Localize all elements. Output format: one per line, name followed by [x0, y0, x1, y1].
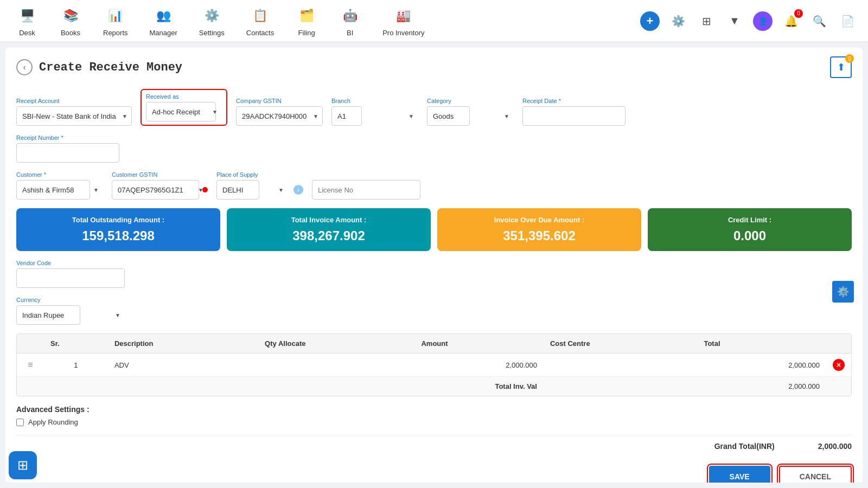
- apply-rounding-row: Apply Rounding: [16, 418, 852, 426]
- notification-bell[interactable]: 🔔 0: [781, 11, 801, 31]
- drag-icon: ≡: [28, 360, 33, 369]
- overdue-card: Invoice Over Due Amount : 351,395.602: [437, 208, 641, 251]
- credit-limit-label: Credit Limit :: [728, 216, 771, 224]
- nav-settings[interactable]: ⚙️ Settings: [188, 1, 235, 41]
- category-label: Category: [427, 98, 514, 104]
- total-inv-val-empty: [544, 377, 697, 396]
- books-icon: 📚: [60, 5, 81, 27]
- nav-desk[interactable]: 🖥️ Desk: [5, 1, 49, 41]
- category-select[interactable]: Goods: [427, 106, 470, 126]
- nav-pro-inventory-label: Pro Inventory: [382, 29, 424, 37]
- upload-button[interactable]: ⬆ 0: [830, 56, 852, 78]
- category-group: Category Goods: [427, 98, 514, 126]
- place-of-supply-group: Place of Supply DELHI i: [216, 171, 303, 200]
- remove-row-button[interactable]: ×: [833, 359, 845, 371]
- form-row-3: Customer * Ashish & Firm58 Customer GSTI…: [16, 171, 852, 200]
- avatar[interactable]: 👤: [753, 11, 773, 31]
- row-qty-allocate[interactable]: [258, 354, 414, 377]
- receipt-date-input[interactable]: 10/08/2021: [522, 106, 626, 126]
- col-description: Description: [108, 334, 258, 354]
- nav-desk-label: Desk: [19, 29, 35, 37]
- company-gstin-label: Company GSTIN: [236, 98, 323, 104]
- gear-button[interactable]: ⚙️: [668, 11, 688, 31]
- company-gstin-group: Company GSTIN 29AADCK7940H000: [236, 98, 323, 126]
- bottom-fab-button[interactable]: ⊞: [9, 451, 37, 479]
- row-total: 2,000.000: [697, 354, 826, 377]
- col-amount: Amount: [414, 334, 544, 354]
- invoice-amount-value: 398,267.902: [292, 228, 365, 243]
- currency-row: Currency Indian Rupee: [16, 297, 852, 325]
- search-button[interactable]: 🔍: [809, 11, 829, 31]
- license-no-group: License No: [312, 171, 420, 200]
- vendor-code-input[interactable]: VC-01234: [16, 268, 125, 288]
- cancel-button[interactable]: CANCEL: [779, 466, 852, 483]
- col-drag: [17, 334, 44, 354]
- nav-bi[interactable]: 🤖 BI: [328, 1, 372, 41]
- nav-contacts[interactable]: 📋 Contacts: [235, 1, 285, 41]
- apply-rounding-checkbox[interactable]: [16, 419, 24, 426]
- received-as-group: Received as Ad-hoc Receipt Against Invoi…: [141, 89, 227, 126]
- received-as-select[interactable]: Ad-hoc Receipt Against Invoice Advance: [146, 102, 216, 121]
- customer-select[interactable]: Ashish & Firm58: [16, 180, 90, 200]
- notification-count: 0: [794, 9, 803, 18]
- pro-inventory-icon: 🏭: [393, 5, 414, 27]
- branch-select[interactable]: A1: [331, 106, 362, 126]
- nav-filing-label: Filing: [298, 29, 315, 37]
- apply-rounding-label[interactable]: Apply Rounding: [28, 418, 78, 426]
- branch-group: Branch A1: [331, 98, 418, 126]
- col-total: Total: [697, 334, 826, 354]
- vendor-code-row: Vendor Code VC-01234: [16, 260, 852, 288]
- bottom-bar: SAVE CANCEL: [16, 457, 852, 483]
- manager-icon: 👥: [152, 5, 174, 27]
- filing-icon: 🗂️: [296, 5, 317, 27]
- nav-pro-inventory[interactable]: 🏭 Pro Inventory: [372, 1, 435, 41]
- total-row: Total Inv. Val 2,000.000: [17, 377, 851, 396]
- company-gstin-select[interactable]: 29AADCK7940H000: [236, 106, 323, 126]
- nav-reports[interactable]: 📊 Reports: [92, 1, 139, 41]
- license-no-input[interactable]: [312, 180, 420, 200]
- nav-filing[interactable]: 🗂️ Filing: [285, 1, 328, 41]
- desk-icon: 🖥️: [16, 5, 38, 27]
- overdue-value: 351,395.602: [503, 228, 575, 243]
- row-amount[interactable]: 2,000.000: [414, 354, 544, 377]
- save-button[interactable]: SAVE: [709, 466, 770, 483]
- currency-select[interactable]: Indian Rupee: [16, 305, 80, 325]
- customer-group: Customer * Ashish & Firm58: [16, 171, 103, 200]
- nav-manager[interactable]: 👥 Manager: [139, 1, 188, 41]
- row-cost-centre[interactable]: [544, 354, 697, 377]
- row-description[interactable]: ADV: [108, 354, 258, 377]
- branch-label: Branch: [331, 98, 418, 104]
- reports-icon: 📊: [105, 5, 126, 27]
- nav-books[interactable]: 📚 Books: [49, 1, 92, 41]
- receipt-account-label: Receipt Account: [16, 98, 132, 104]
- add-button[interactable]: +: [640, 11, 660, 31]
- line-items-table: Sr. Description Qty Allocate Amount Cost…: [17, 334, 851, 396]
- place-of-supply-select[interactable]: DELHI: [216, 180, 259, 200]
- nav-right: + ⚙️ ⊞ ▼ 👤 🔔 0 🔍 📄: [640, 11, 863, 31]
- nav-settings-label: Settings: [199, 29, 225, 37]
- customer-gstin-select[interactable]: 07AQEPS7965G1Z1: [112, 180, 199, 200]
- receipt-number-input[interactable]: RECE/NU/001: [16, 143, 119, 163]
- total-inv-val-value: 2,000.000: [697, 377, 826, 396]
- dropdown-button[interactable]: ▼: [725, 11, 744, 31]
- grand-total-label: Grand Total(INR): [714, 442, 775, 451]
- info-icon[interactable]: i: [293, 185, 303, 195]
- settings-fab-button[interactable]: ⚙️: [832, 281, 854, 303]
- col-actions: [826, 334, 851, 354]
- info-cards: Total Outstanding Amount : 159,518.298 T…: [16, 208, 852, 251]
- credit-limit-card: Credit Limit : 0.000: [648, 208, 852, 251]
- nav-bi-label: BI: [347, 29, 353, 37]
- grand-total-row: Grand Total(INR) 2,000.000: [16, 435, 852, 457]
- back-button[interactable]: ‹: [16, 59, 33, 75]
- row-drag-handle[interactable]: ≡: [17, 354, 44, 377]
- apps-button[interactable]: 📄: [838, 11, 857, 31]
- required-indicator: [202, 187, 208, 192]
- receipt-account-select[interactable]: SBI-New - State Bank of India: [16, 106, 132, 126]
- outstanding-label: Total Outstanding Amount :: [72, 216, 164, 224]
- upload-badge: 0: [845, 54, 854, 63]
- total-actions-empty: [826, 377, 851, 396]
- nav-items: 🖥️ Desk 📚 Books 📊 Reports 👥 Manager ⚙️ S…: [5, 1, 640, 41]
- table-row: ≡ 1 ADV 2,000.000 2,000.000 ×: [17, 354, 851, 377]
- table-header-row: Sr. Description Qty Allocate Amount Cost…: [17, 334, 851, 354]
- grid-button[interactable]: ⊞: [697, 11, 716, 31]
